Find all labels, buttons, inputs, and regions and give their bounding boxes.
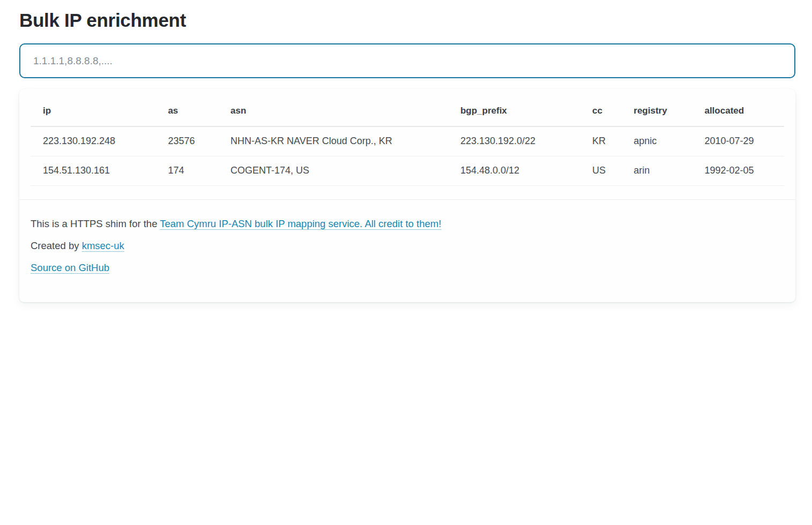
bulk-ip-input[interactable] — [19, 43, 795, 78]
cell-cc: US — [580, 156, 621, 186]
table-row: 154.51.130.161 174 COGENT-174, US 154.48… — [31, 156, 784, 186]
source-line: Source on GitHub — [31, 260, 784, 275]
table-row: 223.130.192.248 23576 NHN-AS-KR NAVER Cl… — [31, 126, 784, 156]
column-header-as: as — [155, 89, 218, 126]
cell-bgp-prefix: 223.130.192.0/22 — [448, 126, 580, 156]
column-header-allocated: allocated — [692, 89, 784, 126]
column-header-ip: ip — [31, 89, 155, 126]
table-header-row: ip as asn bgp_prefix cc registry allocat… — [31, 89, 784, 126]
results-table-wrapper: ip as asn bgp_prefix cc registry allocat… — [19, 89, 795, 199]
shim-credit-text: This is a HTTPS shim for the — [31, 218, 160, 229]
cell-ip: 154.51.130.161 — [31, 156, 155, 186]
created-by-text: Created by — [31, 240, 82, 251]
cell-cc: KR — [580, 126, 621, 156]
team-cymru-link[interactable]: Team Cymru IP-ASN bulk IP mapping servic… — [160, 218, 441, 229]
card-footer: This is a HTTPS shim for the Team Cymru … — [19, 200, 795, 302]
column-header-registry: registry — [621, 89, 692, 126]
cell-allocated: 1992-02-05 — [692, 156, 784, 186]
column-header-cc: cc — [580, 89, 621, 126]
cell-asn: NHN-AS-KR NAVER Cloud Corp., KR — [218, 126, 448, 156]
cell-allocated: 2010-07-29 — [692, 126, 784, 156]
page: Bulk IP enrichment ip as asn bgp_prefix … — [0, 0, 812, 525]
results-table: ip as asn bgp_prefix cc registry allocat… — [31, 89, 784, 186]
shim-credit-line: This is a HTTPS shim for the Team Cymru … — [31, 216, 784, 231]
cell-ip: 223.130.192.248 — [31, 126, 155, 156]
source-github-link[interactable]: Source on GitHub — [31, 262, 109, 273]
cell-as: 23576 — [155, 126, 218, 156]
cell-as: 174 — [155, 156, 218, 186]
cell-registry: arin — [621, 156, 692, 186]
cell-registry: apnic — [621, 126, 692, 156]
table-body: 223.130.192.248 23576 NHN-AS-KR NAVER Cl… — [31, 126, 784, 186]
column-header-bgp-prefix: bgp_prefix — [448, 89, 580, 126]
cell-bgp-prefix: 154.48.0.0/12 — [448, 156, 580, 186]
cell-asn: COGENT-174, US — [218, 156, 448, 186]
column-header-asn: asn — [218, 89, 448, 126]
table-header: ip as asn bgp_prefix cc registry allocat… — [31, 89, 784, 126]
kmsec-uk-link[interactable]: kmsec-uk — [82, 240, 124, 251]
created-by-line: Created by kmsec-uk — [31, 238, 784, 253]
page-title: Bulk IP enrichment — [19, 9, 795, 32]
results-card: ip as asn bgp_prefix cc registry allocat… — [19, 89, 795, 302]
